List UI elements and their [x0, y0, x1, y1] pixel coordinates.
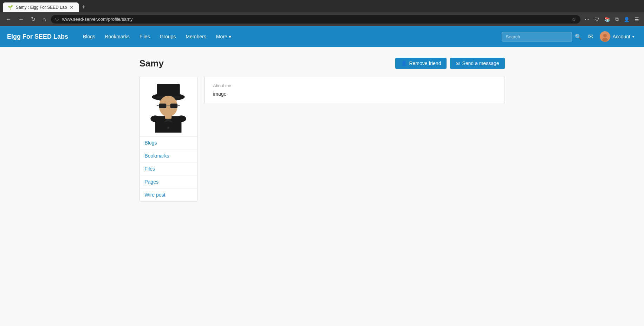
profile-icon[interactable]: 👤 — [622, 15, 631, 24]
account-menu[interactable]: Account ▾ — [597, 30, 637, 43]
sidebar-menu: Blogs Bookmarks Files Pages Wire post — [140, 136, 197, 201]
menu-icon[interactable]: ☰ — [633, 15, 640, 24]
site-nav: Elgg For SEED Labs Blogs Bookmarks Files… — [0, 26, 644, 47]
nav-links: Blogs Bookmarks Files Groups Members Mor… — [79, 31, 502, 42]
tab-title: Samy : Elgg For SEED Lab — [16, 5, 67, 10]
svg-line-11 — [177, 105, 180, 106]
nav-groups[interactable]: Groups — [156, 31, 180, 42]
account-label: Account — [612, 34, 630, 39]
security-icon: 🛡 — [55, 17, 59, 22]
url-text: www.seed-server.com/profile/samy — [62, 17, 569, 22]
chevron-down-icon: ▾ — [229, 34, 231, 39]
nav-search: 🔍 — [502, 32, 585, 41]
extensions-icon[interactable]: ⋯ — [583, 15, 591, 24]
library-icon[interactable]: 📚 — [603, 15, 612, 24]
svg-rect-4 — [157, 84, 180, 97]
svg-rect-7 — [159, 104, 167, 108]
browser-toolbar: ⋯ 🛡 📚 ⧉ 👤 ☰ — [583, 15, 640, 24]
nav-more-label: More — [216, 34, 227, 39]
tab-favicon: 🌱 — [8, 5, 13, 10]
list-item: Blogs — [140, 136, 197, 149]
nav-files[interactable]: Files — [135, 31, 154, 42]
profile-actions: 👤 Remove friend ✉ Send a message — [395, 58, 505, 69]
list-item: Files — [140, 162, 197, 175]
tab-close-button[interactable]: ✕ — [70, 5, 74, 10]
nav-members[interactable]: Members — [182, 31, 210, 42]
split-view-icon[interactable]: ⧉ — [614, 15, 620, 24]
sidebar-pages-link[interactable]: Pages — [140, 175, 197, 188]
sidebar-files-link[interactable]: Files — [140, 162, 197, 175]
url-box[interactable]: 🛡 www.seed-server.com/profile/samy ☆ — [51, 15, 580, 24]
send-message-button[interactable]: ✉ Send a message — [450, 58, 505, 69]
shield-icon[interactable]: 🛡 — [593, 15, 601, 24]
new-tab-button[interactable]: + — [79, 2, 88, 12]
send-message-label: Send a message — [462, 60, 499, 66]
home-button[interactable]: ⌂ — [40, 15, 48, 24]
svg-rect-15 — [165, 115, 172, 119]
sidebar-blogs-link[interactable]: Blogs — [140, 136, 197, 149]
search-input[interactable] — [502, 32, 572, 41]
address-bar: ← → ↻ ⌂ 🛡 www.seed-server.com/profile/sa… — [0, 12, 644, 26]
svg-point-18 — [177, 115, 186, 122]
svg-point-16 — [167, 127, 169, 129]
svg-point-2 — [602, 38, 608, 42]
profile-body: Blogs Bookmarks Files Pages Wire post Ab… — [139, 76, 505, 202]
browser-chrome: 🌱 Samy : Elgg For SEED Lab ✕ + ← → ↻ ⌂ 🛡… — [0, 0, 644, 26]
bookmark-icon[interactable]: ☆ — [572, 17, 576, 22]
page-content: Samy 👤 Remove friend ✉ Send a message — [132, 47, 512, 212]
user-minus-icon: 👤 — [401, 60, 407, 66]
nav-more[interactable]: More ▾ — [212, 31, 235, 42]
avatar-image — [600, 31, 610, 42]
svg-point-17 — [150, 115, 160, 122]
tab-bar: 🌱 Samy : Elgg For SEED Lab ✕ + — [0, 0, 644, 12]
envelope-icon: ✉ — [456, 60, 460, 66]
profile-header: Samy 👤 Remove friend ✉ Send a message — [139, 58, 505, 69]
reload-button[interactable]: ↻ — [29, 14, 38, 24]
svg-point-1 — [603, 34, 607, 37]
profile-main: About me image — [204, 76, 505, 104]
about-me-content: image — [213, 91, 496, 97]
nav-bookmarks[interactable]: Bookmarks — [101, 31, 134, 42]
profile-sidebar: Blogs Bookmarks Files Pages Wire post — [139, 76, 197, 202]
active-tab[interactable]: 🌱 Samy : Elgg For SEED Lab ✕ — [3, 2, 79, 12]
sidebar-wirepost-link[interactable]: Wire post — [140, 188, 197, 201]
site-brand[interactable]: Elgg For SEED Labs — [7, 33, 68, 40]
forward-button[interactable]: → — [16, 15, 26, 24]
list-item: Bookmarks — [140, 149, 197, 162]
chevron-down-icon: ▾ — [632, 35, 634, 39]
back-button[interactable]: ← — [4, 15, 13, 24]
profile-avatar-box — [140, 76, 197, 136]
remove-friend-label: Remove friend — [409, 60, 441, 66]
profile-avatar-image — [145, 80, 191, 133]
remove-friend-button[interactable]: 👤 Remove friend — [395, 58, 447, 69]
avatar — [600, 31, 610, 42]
profile-name: Samy — [139, 58, 164, 69]
mail-icon[interactable]: ✉ — [585, 31, 597, 42]
svg-line-10 — [157, 105, 159, 106]
nav-blogs[interactable]: Blogs — [79, 31, 99, 42]
sidebar-bookmarks-link[interactable]: Bookmarks — [140, 149, 197, 162]
search-button[interactable]: 🔍 — [572, 32, 585, 41]
list-item: Wire post — [140, 188, 197, 201]
svg-rect-8 — [170, 104, 178, 108]
about-me-label: About me — [213, 83, 496, 88]
list-item: Pages — [140, 175, 197, 188]
about-box: About me image — [204, 76, 505, 104]
